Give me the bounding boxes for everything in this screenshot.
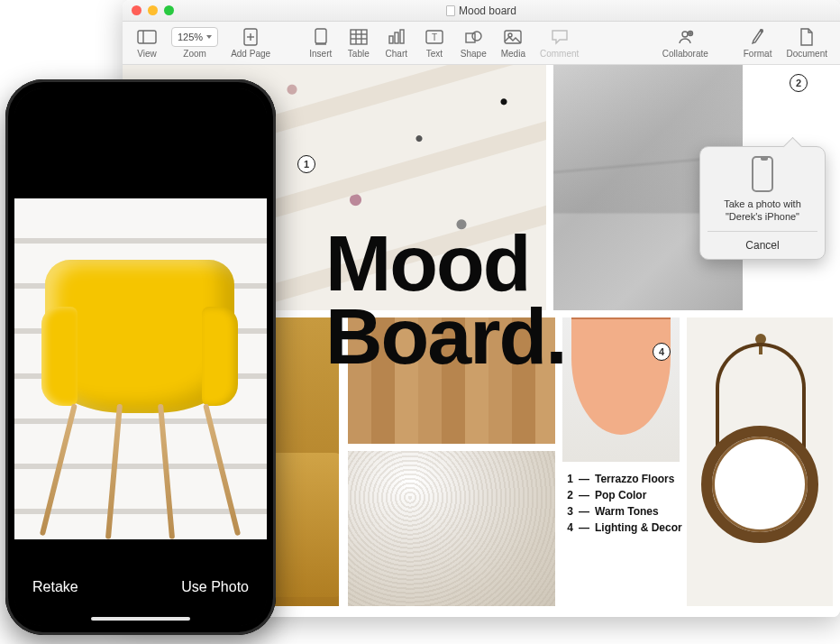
popover-text: Take a photo with "Derek's iPhone" <box>722 198 803 224</box>
photo-subject-chair <box>27 224 252 548</box>
svg-rect-17 <box>466 33 475 42</box>
text-button[interactable]: T Text <box>415 25 453 60</box>
media-button[interactable]: Media <box>494 25 533 60</box>
legend-row: 2—Pop Color <box>562 487 743 503</box>
callout-2: 2 <box>790 74 808 92</box>
add-page-button[interactable]: Add Page <box>224 25 278 60</box>
text-icon: T <box>423 27 446 47</box>
home-indicator[interactable] <box>91 617 190 621</box>
window-title: Mood board <box>123 5 840 17</box>
zoom-value: 125% <box>178 32 203 42</box>
shape-icon <box>461 27 485 47</box>
zoom-label: Zoom <box>183 49 206 59</box>
camera-top-bar <box>14 112 267 198</box>
legend-row: 3—Warm Tones <box>562 503 743 520</box>
board-title-line1: Mood <box>325 227 566 300</box>
text-label: Text <box>426 49 443 59</box>
zoom-select[interactable]: 125% <box>171 27 218 47</box>
svg-rect-14 <box>400 30 404 43</box>
add-page-icon <box>239 27 262 47</box>
insert-label: Insert <box>309 49 332 59</box>
legend-row: 1—Terrazzo Floors <box>562 471 743 487</box>
iphone-notch <box>78 88 204 112</box>
window-titlebar[interactable]: Mood board <box>123 0 840 22</box>
view-button[interactable]: View <box>128 25 166 60</box>
svg-rect-12 <box>389 36 393 43</box>
svg-point-18 <box>472 32 481 41</box>
svg-rect-5 <box>315 29 326 43</box>
image-mirror[interactable] <box>687 317 833 606</box>
continuity-camera-popover: Take a photo with "Derek's iPhone" Cance… <box>699 146 826 260</box>
document-label: Document <box>786 49 827 59</box>
view-icon <box>135 27 159 47</box>
board-title-line2: Board. <box>325 300 566 373</box>
insert-button[interactable]: Insert <box>302 25 340 60</box>
board-title[interactable]: Mood Board. <box>325 227 566 373</box>
comment-button[interactable]: Comment <box>533 25 586 60</box>
iphone-icon <box>752 156 773 192</box>
document-button[interactable]: Document <box>779 25 835 60</box>
insert-icon <box>309 27 333 47</box>
camera-bottom-bar: Retake Use Photo <box>14 559 267 626</box>
board-legend[interactable]: 1—Terrazzo Floors 2—Pop Color 3—Warm Ton… <box>562 471 743 536</box>
svg-point-20 <box>508 33 512 37</box>
retake-button[interactable]: Retake <box>32 579 78 595</box>
media-icon <box>501 27 525 47</box>
chart-button[interactable]: Chart <box>378 25 415 60</box>
chart-icon <box>385 27 408 47</box>
comment-label: Comment <box>540 49 579 59</box>
window-title-text: Mood board <box>459 5 516 17</box>
collaborate-button[interactable]: Collaborate <box>655 25 716 60</box>
chevron-down-icon <box>206 35 212 39</box>
collaborate-icon <box>673 27 697 47</box>
media-label: Media <box>501 49 525 59</box>
view-label: View <box>137 49 157 59</box>
shape-button[interactable]: Shape <box>453 25 494 60</box>
svg-point-21 <box>682 32 688 37</box>
table-label: Table <box>348 49 370 59</box>
image-lamp[interactable] <box>562 317 680 462</box>
callout-1: 1 <box>297 155 315 173</box>
iphone-screen: Retake Use Photo <box>14 88 267 626</box>
chart-label: Chart <box>386 49 407 59</box>
svg-text:T: T <box>432 32 437 42</box>
document-icon-tb <box>795 27 818 47</box>
table-icon <box>347 27 370 47</box>
svg-rect-13 <box>395 32 398 43</box>
shape-label: Shape <box>461 49 487 59</box>
format-icon <box>746 27 770 47</box>
app-toolbar: View 125% Zoom Add Page Insert Table Cha… <box>123 22 840 65</box>
svg-point-25 <box>760 29 763 32</box>
zoom-control[interactable]: 125% Zoom <box>166 25 224 60</box>
table-button[interactable]: Table <box>340 25 378 60</box>
add-page-label: Add Page <box>231 49 270 59</box>
legend-row: 4—Lighting & Decor <box>562 520 743 536</box>
svg-rect-0 <box>138 31 156 43</box>
format-button[interactable]: Format <box>736 25 780 60</box>
use-photo-button[interactable]: Use Photo <box>181 579 249 595</box>
image-fur[interactable] <box>348 451 555 606</box>
collaborate-label: Collaborate <box>662 49 708 59</box>
callout-4: 4 <box>653 343 671 361</box>
document-icon <box>446 5 455 16</box>
svg-rect-7 <box>351 30 367 44</box>
format-label: Format <box>744 49 772 59</box>
iphone-device: Retake Use Photo <box>5 79 276 635</box>
cancel-button[interactable]: Cancel <box>708 231 817 259</box>
comment-icon <box>548 27 571 47</box>
